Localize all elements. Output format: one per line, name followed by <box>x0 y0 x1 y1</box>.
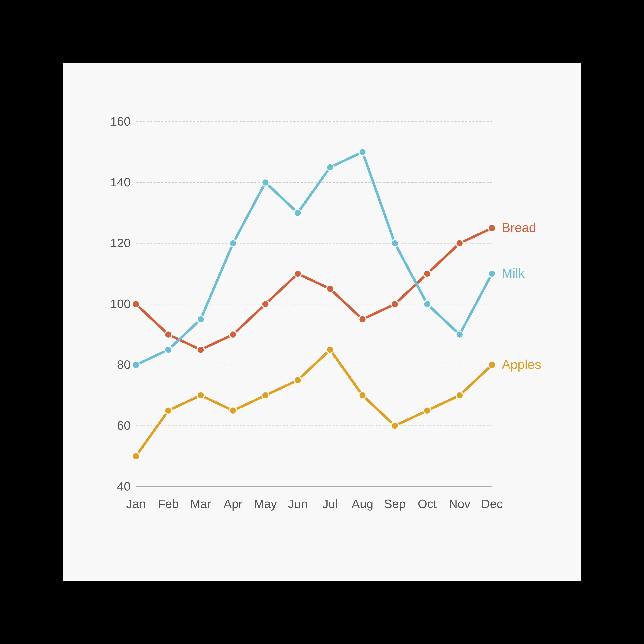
x-axis-label: Apr <box>224 497 243 511</box>
data-point <box>294 270 301 277</box>
chart-svg: 406080100120140160JanFebMarAprMayJunJulA… <box>89 107 555 537</box>
x-axis-label: Jun <box>288 497 308 511</box>
data-point <box>391 301 398 308</box>
data-point <box>488 270 496 277</box>
y-axis-label: 80 <box>117 358 131 371</box>
y-axis-label: 40 <box>117 479 131 493</box>
chart-card: 406080100120140160JanFebMarAprMayJunJulA… <box>63 63 581 581</box>
data-point <box>262 392 269 399</box>
data-point <box>488 361 496 369</box>
data-point <box>456 331 463 338</box>
x-axis-label: Nov <box>449 497 470 511</box>
data-point <box>230 240 237 247</box>
data-point <box>132 301 140 308</box>
y-axis-label: 60 <box>117 419 131 432</box>
series-line-milk <box>136 152 492 365</box>
legend-label-milk: Milk <box>502 266 525 280</box>
data-point <box>326 164 334 171</box>
x-axis-label: Dec <box>481 497 503 511</box>
data-point <box>391 422 398 429</box>
data-point <box>197 346 204 353</box>
data-point <box>488 225 496 232</box>
data-point <box>456 240 463 247</box>
legend-label-apples: Apples <box>502 357 541 372</box>
data-point <box>359 392 366 399</box>
data-point <box>132 453 140 460</box>
data-point <box>359 148 366 156</box>
y-axis-label: 120 <box>110 236 131 250</box>
data-point <box>294 209 301 216</box>
y-axis-label: 100 <box>110 297 131 311</box>
data-point <box>424 301 431 308</box>
data-point <box>165 331 172 338</box>
data-point <box>294 377 301 384</box>
data-point <box>391 240 398 247</box>
data-point <box>230 407 237 414</box>
y-axis-label: 160 <box>110 114 131 128</box>
data-point <box>326 285 334 292</box>
y-axis-label: 140 <box>110 175 131 189</box>
data-point <box>132 361 140 369</box>
x-axis-label: Sep <box>384 497 406 511</box>
x-axis-label: Jul <box>322 497 338 511</box>
x-axis-label: Feb <box>158 497 179 511</box>
x-axis-label: Aug <box>352 497 373 511</box>
data-point <box>165 346 172 353</box>
data-point <box>197 392 204 399</box>
data-point <box>197 316 204 323</box>
data-point <box>326 346 334 353</box>
data-point <box>262 301 269 308</box>
x-axis-label: Mar <box>190 497 211 511</box>
x-axis-label: Oct <box>418 497 437 511</box>
chart-area: 406080100120140160JanFebMarAprMayJunJulA… <box>89 107 555 537</box>
data-point <box>424 270 431 277</box>
data-point <box>359 316 366 323</box>
data-point <box>424 407 431 414</box>
data-point <box>165 407 172 414</box>
legend-label-bread: Bread <box>502 220 536 235</box>
data-point <box>230 331 237 338</box>
series-line-apples <box>136 350 492 456</box>
data-point <box>262 179 269 186</box>
x-axis-label: Jan <box>126 497 146 511</box>
x-axis-label: May <box>254 497 277 511</box>
data-point <box>456 392 463 399</box>
